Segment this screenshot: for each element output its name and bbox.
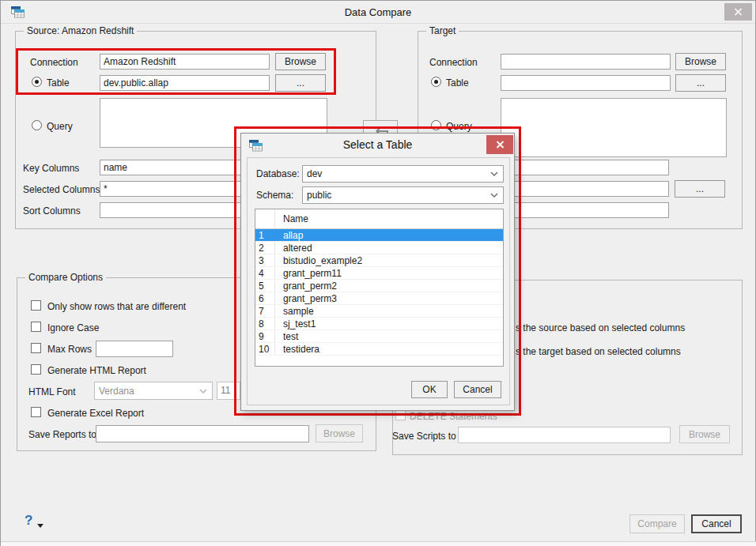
target-table-radio[interactable] xyxy=(431,77,441,87)
target-query-textarea[interactable] xyxy=(501,98,727,157)
target-key-columns-input[interactable] xyxy=(502,160,669,175)
schema-select[interactable]: public xyxy=(302,186,504,204)
select-table-dialog: Select a Table Database: dev Schema: pub… xyxy=(240,133,515,411)
list-item[interactable]: 7sample xyxy=(255,305,503,318)
target-sort-columns-input[interactable] xyxy=(502,202,669,218)
target-connection-input[interactable] xyxy=(501,54,671,70)
table-name: allap xyxy=(275,230,303,241)
source-highlight-annotation xyxy=(16,48,336,95)
list-item[interactable]: 2altered xyxy=(255,242,503,254)
dialog-cancel-button[interactable]: Cancel xyxy=(454,381,501,398)
source-group-label: Source: Amazon Redshift xyxy=(24,26,137,36)
save-scripts-to-label: Save Scripts to xyxy=(392,431,456,442)
table-name: altered xyxy=(275,243,312,254)
save-scripts-browse-button: Browse xyxy=(679,425,730,443)
row-number: 7 xyxy=(255,305,275,317)
row-number: 5 xyxy=(255,280,275,292)
row-number: 1 xyxy=(255,229,275,241)
chevron-down-icon xyxy=(199,389,207,393)
list-item[interactable]: 5grant_perm2 xyxy=(255,280,503,292)
table-name: sj_test1 xyxy=(275,318,316,329)
max-rows-label: Max Rows xyxy=(47,344,92,355)
target-table-input[interactable] xyxy=(501,75,671,91)
cancel-button[interactable]: Cancel xyxy=(691,514,742,533)
source-key-columns-label: Key Columns xyxy=(23,163,79,174)
row-number: 9 xyxy=(255,330,275,342)
schema-label: Schema: xyxy=(256,190,293,201)
save-scripts-input[interactable] xyxy=(458,427,671,443)
list-item[interactable]: 10testidera xyxy=(255,343,503,356)
max-rows-checkbox[interactable] xyxy=(31,343,41,353)
save-reports-input[interactable] xyxy=(96,425,309,442)
close-icon xyxy=(496,141,505,149)
generate-html-report-label: Generate HTML Report xyxy=(47,365,146,376)
list-item[interactable]: 1allap xyxy=(255,229,503,242)
window-title: Data Compare xyxy=(1,6,755,18)
chevron-down-icon xyxy=(490,193,498,198)
target-table-picker-button[interactable]: ... xyxy=(675,74,726,92)
row-number: 10 xyxy=(255,343,275,355)
source-sort-columns-label: Sort Columns xyxy=(23,205,81,217)
source-query-label: Query xyxy=(47,121,73,132)
row-number: 6 xyxy=(255,292,275,304)
table-name: grant_perm11 xyxy=(275,268,342,279)
select-table-close-button[interactable] xyxy=(486,135,513,154)
generate-html-report-checkbox[interactable] xyxy=(31,364,41,375)
table-name: sample xyxy=(275,306,314,317)
help-button[interactable]: ? xyxy=(25,513,32,529)
list-item[interactable]: 3bistudio_example2 xyxy=(255,254,503,267)
generate-excel-report-label: Generate Excel Report xyxy=(47,408,144,419)
list-item[interactable]: 4grant_perm11 xyxy=(255,267,503,280)
schema-value: public xyxy=(307,190,331,201)
ignore-case-checkbox[interactable] xyxy=(31,322,41,332)
database-label: Database: xyxy=(256,168,300,179)
data-compare-window: Data Compare Source: Amazon Redshift Con… xyxy=(0,0,756,546)
target-table-label: Table xyxy=(446,77,469,88)
source-query-radio[interactable] xyxy=(32,120,42,130)
target-connection-label: Connection xyxy=(429,57,478,68)
close-icon xyxy=(734,8,743,16)
chevron-down-icon xyxy=(490,171,498,176)
target-selected-columns-input[interactable] xyxy=(502,181,669,197)
row-number: 8 xyxy=(255,318,275,329)
ok-button[interactable]: OK xyxy=(411,381,448,398)
table-name: bistudio_example2 xyxy=(275,255,362,266)
name-column-header: Name xyxy=(275,213,308,224)
table-list: Name 1allap2altered3bistudio_example24gr… xyxy=(255,209,504,367)
save-reports-to-label: Save Reports to xyxy=(28,429,96,440)
table-list-body: 1allap2altered3bistudio_example24grant_p… xyxy=(255,229,503,356)
ignore-case-label: Ignore Case xyxy=(47,322,99,333)
sync-target-text-fragment: s the target based on selected columns xyxy=(516,346,681,357)
sync-source-text-fragment: s the source based on selected columns xyxy=(516,322,685,333)
table-name: testidera xyxy=(275,344,319,355)
target-selected-columns-picker-button[interactable]: ... xyxy=(675,180,725,198)
table-list-header: Name xyxy=(255,209,503,229)
table-name: grant_perm3 xyxy=(275,293,337,304)
window-close-button[interactable] xyxy=(724,3,752,21)
target-group-label: Target xyxy=(426,26,459,36)
target-browse-button[interactable]: Browse xyxy=(675,53,726,70)
compare-button: Compare xyxy=(629,514,685,533)
title-bar: Data Compare xyxy=(1,1,755,24)
html-font-select: Verdana xyxy=(94,382,213,400)
database-value: dev xyxy=(307,168,322,179)
html-font-value: Verdana xyxy=(99,386,134,397)
row-number: 2 xyxy=(255,242,275,254)
html-font-label: HTML Font xyxy=(28,386,76,397)
row-number: 3 xyxy=(255,254,275,266)
table-name: grant_perm2 xyxy=(275,281,337,292)
compare-options-group-label: Compare Options xyxy=(25,273,106,283)
row-number: 4 xyxy=(255,267,275,279)
list-item[interactable]: 8sj_test1 xyxy=(255,318,503,330)
select-table-dialog-title: Select a Table xyxy=(241,138,514,151)
save-reports-browse-button: Browse xyxy=(316,424,363,442)
help-dropdown-arrow-icon[interactable] xyxy=(37,524,43,528)
list-item[interactable]: 9test xyxy=(255,330,503,343)
only-show-rows-checkbox[interactable] xyxy=(31,300,41,311)
generate-excel-report-checkbox[interactable] xyxy=(31,407,41,417)
table-name: test xyxy=(275,331,298,342)
database-select[interactable]: dev xyxy=(302,165,504,183)
row-number-column-header xyxy=(255,209,275,228)
max-rows-input[interactable] xyxy=(96,341,173,357)
list-item[interactable]: 6grant_perm3 xyxy=(255,292,503,305)
